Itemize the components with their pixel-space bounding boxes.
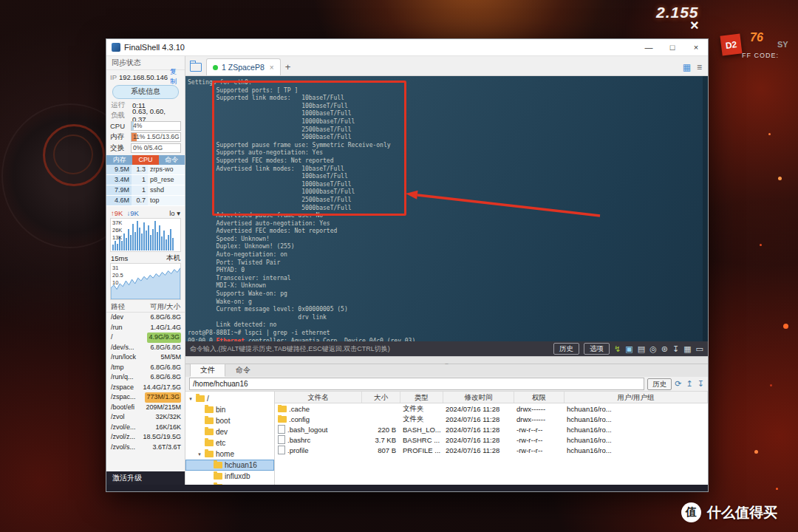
- close-button[interactable]: ×: [684, 39, 708, 55]
- tree-item[interactable]: influxdb: [185, 471, 274, 482]
- disk-row[interactable]: /zvol/e...16K/16K: [106, 423, 185, 433]
- net-bar: [166, 239, 167, 250]
- command-input[interactable]: 命令输入,(按ALT键提示历史,TAB键路径,ESC键返回,双击CTRL切换): [190, 344, 548, 354]
- paste-icon[interactable]: ▤: [638, 344, 645, 354]
- disk-path: /zspac...: [111, 392, 136, 403]
- disk-row[interactable]: /dev6.8G/6.8G: [106, 313, 185, 323]
- disk-path: /zvol: [111, 412, 125, 423]
- tab-files[interactable]: 文件: [190, 364, 225, 377]
- cpu-meter-label: CPU: [110, 122, 129, 130]
- proc-tab[interactable]: CPU: [132, 155, 158, 165]
- maximize-button[interactable]: □: [661, 39, 684, 55]
- tree-item[interactable]: ▾/: [185, 393, 274, 404]
- table-row[interactable]: .bash_logout220 BBASH_LO...2024/07/16 11…: [275, 424, 708, 434]
- tab-command[interactable]: 命令: [225, 364, 261, 377]
- tree-item[interactable]: hchuan16: [185, 460, 274, 471]
- background-d2-badge: D2: [720, 33, 742, 55]
- column-header[interactable]: 文件名: [275, 392, 362, 403]
- folder-icon: [196, 395, 205, 402]
- tree-item[interactable]: dev: [185, 426, 274, 437]
- panel-splitter[interactable]: ≡: [185, 356, 708, 364]
- disk-row[interactable]: /zvol/z...18.5G/19.5G: [106, 432, 185, 443]
- proc-tab[interactable]: 内存: [106, 155, 132, 165]
- minimize-button[interactable]: —: [637, 39, 661, 55]
- path-history-button[interactable]: 历史: [647, 378, 672, 390]
- tree-item[interactable]: ▾home: [185, 449, 274, 460]
- disk-row[interactable]: /zspac...773M/1.3G: [106, 392, 185, 403]
- tree-item[interactable]: boot: [185, 415, 274, 426]
- history-button[interactable]: 历史: [553, 343, 579, 355]
- upload-icon[interactable]: ↥: [686, 379, 693, 389]
- column-header[interactable]: 大小: [362, 392, 400, 403]
- interface-select[interactable]: lo ▾: [169, 209, 180, 217]
- net-bar: [159, 225, 160, 250]
- disk-table: /dev6.8G/6.8G/run1.4G/1.4G/4.9G/9.3G/dev…: [106, 313, 185, 452]
- process-row[interactable]: 7.9M1sshd: [106, 185, 185, 196]
- disk-row[interactable]: /4.9G/9.3G: [106, 332, 185, 343]
- title-bar[interactable]: FinalShell 4.3.10 — □ ×: [106, 39, 708, 56]
- new-tab-button[interactable]: +: [281, 59, 296, 75]
- table-row[interactable]: .bashrc3.7 KBBASHRC ...2024/07/16 11:28-…: [275, 434, 708, 445]
- table-row[interactable]: .config文件夹2024/07/16 11:28drwx------hchu…: [275, 414, 708, 424]
- process-cpu: 1.3: [132, 165, 148, 174]
- disk-row[interactable]: /dev/s...6.8G/6.8G: [106, 343, 185, 353]
- file-mtime: 2024/07/16 11:28: [443, 446, 514, 454]
- disk-size: 3.6T/3.6T: [152, 443, 181, 453]
- proc-tab[interactable]: 命令: [159, 155, 185, 165]
- file-icon: [278, 446, 285, 454]
- disk-row[interactable]: /run/q...6.8G/6.8G: [106, 372, 185, 383]
- folder-icon: [205, 417, 214, 424]
- settings-icon[interactable]: ⊛: [661, 344, 668, 354]
- tree-expand-icon[interactable]: ▾: [188, 396, 194, 402]
- column-header[interactable]: 类型: [400, 392, 443, 403]
- tree-item[interactable]: bin: [185, 404, 274, 415]
- terminal-scrollbar[interactable]: [703, 76, 708, 341]
- disk-path: /zspace: [111, 383, 134, 393]
- disk-row[interactable]: /zvol32K/32K: [106, 412, 185, 423]
- process-row[interactable]: 9.5M1.3zrps-wo: [106, 165, 185, 175]
- column-header[interactable]: 用户/用户组: [565, 392, 708, 403]
- refresh-icon[interactable]: ⟳: [675, 379, 681, 389]
- grid-view-icon[interactable]: ▦: [683, 62, 691, 72]
- net-bar: [157, 232, 158, 250]
- column-header[interactable]: 权限: [514, 392, 565, 403]
- path-input[interactable]: [189, 378, 644, 390]
- net-bar: [123, 233, 125, 250]
- grep-highlight: Ethernet: [216, 338, 245, 341]
- panel-icon[interactable]: ▦: [683, 344, 691, 354]
- column-header[interactable]: 修改时间: [443, 392, 514, 403]
- download-icon[interactable]: ↧: [672, 344, 679, 354]
- process-row[interactable]: 3.4M1p8_rese: [106, 175, 185, 185]
- disk-row[interactable]: /tmp6.8G/6.8G: [106, 363, 185, 373]
- session-manager-button[interactable]: [185, 59, 206, 75]
- disk-row[interactable]: /zvol/s...3.6T/3.6T: [106, 443, 185, 453]
- table-row[interactable]: .profile807 BPROFILE ...2024/07/16 11:28…: [275, 445, 708, 455]
- file-owner: hchuan16/ro...: [565, 415, 708, 423]
- network-header: ↑9K ↓9K lo ▾: [106, 208, 185, 218]
- disk-row[interactable]: /run/lock5M/5M: [106, 352, 185, 363]
- run-icon[interactable]: ↯: [614, 344, 621, 354]
- terminal[interactable]: Settings for eth0: Supported ports: [ TP…: [185, 76, 708, 341]
- tab-zspacep8[interactable]: 1 ZSpaceP8 ×: [206, 58, 281, 75]
- options-button[interactable]: 选项: [584, 343, 610, 355]
- table-row[interactable]: .cache文件夹2024/07/16 11:28drwx------hchua…: [275, 403, 708, 414]
- disk-row[interactable]: /run1.4G/1.4G: [106, 323, 185, 333]
- tree-expand-icon[interactable]: ▾: [197, 451, 202, 457]
- system-info-button[interactable]: 系统信息: [112, 85, 179, 99]
- tree-item[interactable]: etc: [185, 437, 274, 449]
- copy-icon[interactable]: ▣: [625, 344, 632, 354]
- search-icon[interactable]: ◎: [649, 344, 657, 354]
- screen-icon[interactable]: ▭: [696, 344, 703, 354]
- command-bar: 命令输入,(按ALT键提示历史,TAB键路径,ESC键返回,双击CTRL切换) …: [185, 341, 708, 356]
- net-bar: [143, 222, 145, 250]
- disk-row[interactable]: /boot/efi209M/215M: [106, 403, 185, 413]
- menu-icon[interactable]: ≡: [697, 62, 702, 72]
- tab-close-icon[interactable]: ×: [270, 64, 274, 72]
- ping-latency: 15ms: [111, 254, 128, 262]
- download-transfer-icon[interactable]: ↧: [698, 379, 704, 389]
- disk-row[interactable]: /zspace14.4G/17.5G: [106, 383, 185, 393]
- activate-upgrade-button[interactable]: 激活升级: [106, 471, 185, 485]
- ping-host-tab[interactable]: 本机: [166, 253, 180, 263]
- process-row[interactable]: 4.6M0.7top: [106, 196, 185, 206]
- ping-chart-scale: 3120.510: [112, 265, 123, 287]
